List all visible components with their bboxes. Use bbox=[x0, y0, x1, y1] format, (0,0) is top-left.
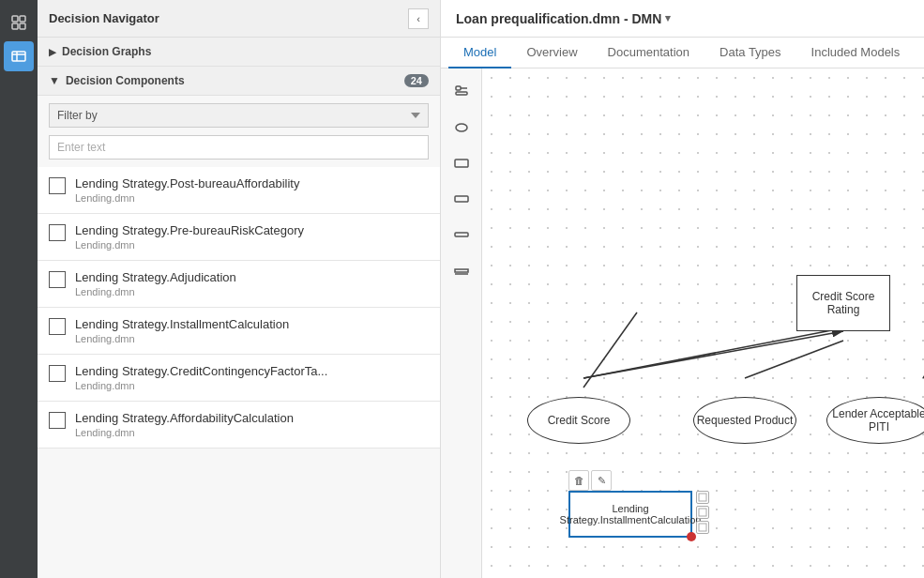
svg-rect-11 bbox=[455, 160, 468, 167]
svg-rect-3 bbox=[20, 23, 25, 29]
svg-rect-12 bbox=[455, 196, 468, 202]
decision-components-count: 24 bbox=[404, 74, 429, 87]
component-sub: Lending.dmn bbox=[75, 333, 289, 344]
svg-rect-0 bbox=[12, 16, 18, 22]
credit-score-rating[interactable]: Credit Score Rating bbox=[796, 275, 890, 331]
list-item[interactable]: Lending Strategy.CreditContingencyFactor… bbox=[38, 355, 440, 402]
dmn-header: Loan prequalification.dmn - DMN ▾ bbox=[441, 0, 924, 38]
svg-rect-26 bbox=[699, 524, 706, 531]
component-name: Lending Strategy.AffordabilityCalculatio… bbox=[75, 411, 294, 425]
svg-rect-25 bbox=[699, 509, 706, 516]
decision-components-section[interactable]: ▼ Decision Components 24 bbox=[38, 67, 440, 96]
oval-tool[interactable] bbox=[446, 112, 477, 144]
component-sub: Lending.dmn bbox=[75, 286, 236, 297]
tab-documentation[interactable]: Documentation bbox=[593, 38, 704, 68]
filter-row: Filter by bbox=[38, 96, 440, 131]
search-row bbox=[38, 131, 440, 167]
search-input[interactable] bbox=[49, 135, 429, 160]
list-item[interactable]: Lending Strategy.Post-bureauAffordabilit… bbox=[38, 167, 440, 214]
rect-small-tool[interactable] bbox=[446, 147, 477, 179]
component-sub: Lending.dmn bbox=[75, 427, 294, 438]
dmn-tabs: Model Overview Documentation Data Types … bbox=[441, 38, 924, 68]
nav-panel: Decision Navigator ‹ ▶ Decision Graphs ▼… bbox=[38, 0, 441, 578]
svg-line-22 bbox=[583, 328, 841, 378]
svg-rect-7 bbox=[456, 86, 461, 90]
svg-line-19 bbox=[745, 341, 843, 378]
component-name: Lending Strategy.CreditContingencyFactor… bbox=[75, 364, 327, 378]
svg-rect-2 bbox=[12, 23, 18, 29]
tab-data-types[interactable]: Data Types bbox=[704, 38, 796, 68]
decision-graphs-section[interactable]: ▶ Decision Graphs bbox=[38, 38, 440, 67]
component-sub: Lending.dmn bbox=[75, 192, 299, 204]
component-name: Lending Strategy.Pre-bureauRiskCategory bbox=[75, 223, 304, 237]
credit-score-label: Credit Score bbox=[548, 414, 611, 427]
rect-thin-tool[interactable] bbox=[446, 219, 477, 251]
tab-included-models[interactable]: Included Models bbox=[796, 38, 916, 68]
connection-handle-1[interactable] bbox=[696, 491, 709, 504]
svg-line-18 bbox=[583, 312, 637, 388]
component-icon bbox=[49, 412, 66, 429]
decision-components-label: Decision Components bbox=[66, 74, 185, 87]
app-sidebar bbox=[0, 0, 38, 578]
svg-rect-4 bbox=[12, 52, 25, 61]
component-icon bbox=[49, 271, 66, 288]
svg-rect-13 bbox=[455, 233, 468, 236]
component-icon bbox=[49, 365, 66, 382]
decision-components-arrow: ▼ bbox=[49, 74, 60, 87]
component-name: Lending Strategy.Post-bureauAffordabilit… bbox=[75, 176, 299, 190]
list-item[interactable]: Lending Strategy.Adjudication Lending.dm… bbox=[38, 261, 440, 308]
svg-rect-14 bbox=[455, 269, 468, 272]
requested-product-input[interactable]: Requested Product bbox=[693, 397, 796, 444]
installment-calculation-label: Lending Strategy.InstallmentCalculation bbox=[556, 499, 705, 529]
components-list: Lending Strategy.Post-bureauAffordabilit… bbox=[38, 167, 440, 449]
error-indicator bbox=[687, 532, 696, 541]
tool-sidebar bbox=[441, 68, 482, 578]
nav-panel-header: Decision Navigator ‹ bbox=[38, 0, 440, 38]
connection-handle-2[interactable] bbox=[696, 506, 709, 519]
dmn-title-dropdown-arrow[interactable]: ▾ bbox=[665, 12, 671, 24]
connection-handle-3[interactable] bbox=[696, 521, 709, 534]
svg-rect-24 bbox=[699, 494, 706, 501]
rect-bottom-tool[interactable] bbox=[446, 254, 477, 286]
main-panel: Decision Navigator ‹ ▶ Decision Graphs ▼… bbox=[38, 0, 924, 578]
decision-graphs-arrow: ▶ bbox=[49, 47, 56, 57]
delete-button[interactable]: 🗑 bbox=[568, 470, 589, 491]
lender-acceptable-piti-input[interactable]: Lender Acceptable PITI bbox=[826, 397, 924, 444]
credit-score-input[interactable]: Credit Score bbox=[527, 397, 630, 444]
filter-select[interactable]: Filter by bbox=[49, 103, 429, 128]
component-name: Lending Strategy.Adjudication bbox=[75, 270, 236, 284]
credit-score-rating-label: Credit Score Rating bbox=[797, 290, 889, 316]
list-item[interactable]: Lending Strategy.Pre-bureauRiskCategory … bbox=[38, 214, 440, 261]
canvas-area[interactable]: Credit Score Rating Credit Score Request… bbox=[482, 68, 924, 578]
svg-point-10 bbox=[456, 124, 467, 131]
decision-graphs-label: Decision Graphs bbox=[62, 45, 151, 58]
list-item[interactable]: Lending Strategy.AffordabilityCalculatio… bbox=[38, 402, 440, 449]
svg-line-16 bbox=[583, 331, 843, 378]
tab-overview[interactable]: Overview bbox=[511, 38, 592, 68]
component-sub: Lending.dmn bbox=[75, 380, 327, 391]
nav-collapse-button[interactable]: ‹ bbox=[408, 8, 429, 29]
element-toolbar: 🗑 ✎ bbox=[568, 470, 612, 491]
connection-handles bbox=[696, 491, 709, 534]
requested-product-label: Requested Product bbox=[697, 414, 794, 427]
tab-model[interactable]: Model bbox=[448, 38, 511, 68]
component-sub: Lending.dmn bbox=[75, 239, 304, 251]
svg-rect-8 bbox=[456, 92, 467, 95]
dmn-body: Credit Score Rating Credit Score Request… bbox=[441, 68, 924, 578]
svg-rect-1 bbox=[20, 16, 25, 22]
cursor-tool[interactable] bbox=[446, 76, 477, 108]
map-icon[interactable] bbox=[4, 41, 34, 71]
component-icon bbox=[49, 224, 66, 241]
nav-panel-content: ▶ Decision Graphs ▼ Decision Components … bbox=[38, 38, 440, 578]
dmn-title: Loan prequalification.dmn - DMN ▾ bbox=[456, 11, 671, 26]
component-icon bbox=[49, 177, 66, 194]
installment-calculation[interactable]: Lending Strategy.InstallmentCalculation bbox=[568, 491, 692, 538]
edit-button[interactable]: ✎ bbox=[591, 470, 612, 491]
list-item[interactable]: Lending Strategy.InstallmentCalculation … bbox=[38, 308, 440, 355]
lender-acceptable-piti-label: Lender Acceptable PITI bbox=[827, 407, 924, 434]
component-icon bbox=[49, 318, 66, 335]
component-name: Lending Strategy.InstallmentCalculation bbox=[75, 317, 289, 331]
rect-tool[interactable] bbox=[446, 183, 477, 215]
dmn-panel: Loan prequalification.dmn - DMN ▾ Model … bbox=[441, 0, 924, 578]
grid-icon[interactable] bbox=[4, 8, 34, 38]
